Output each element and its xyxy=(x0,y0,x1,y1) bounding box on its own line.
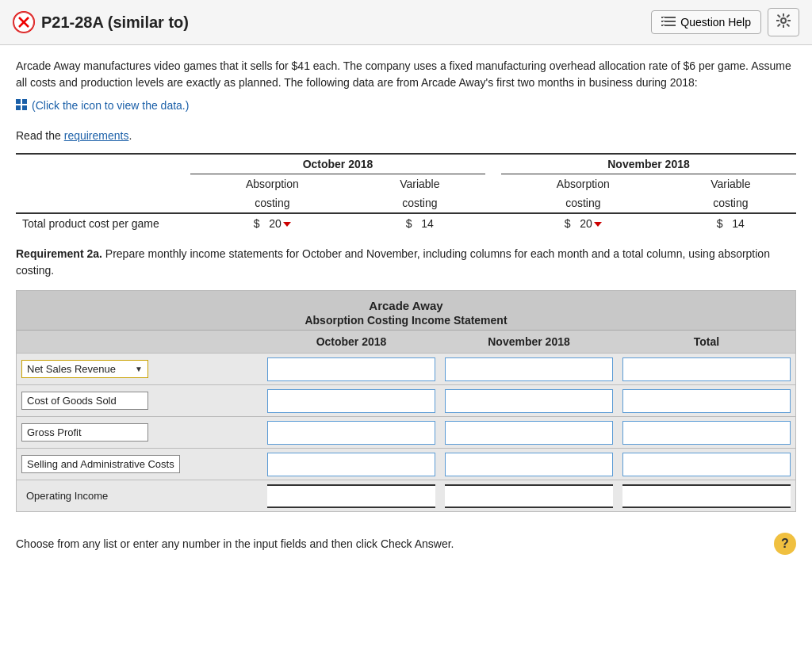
gross-profit-label-text: Gross Profit xyxy=(27,426,82,438)
selling-nov-input[interactable] xyxy=(445,453,613,476)
dollar1: $ xyxy=(254,217,260,230)
selling-total-cell xyxy=(618,449,795,480)
operating-total-input[interactable] xyxy=(622,484,791,508)
requirements-link[interactable]: requirements xyxy=(64,129,129,142)
requirement-label: Requirement 2a. xyxy=(16,247,102,260)
income-row-cogs: Cost of Goods Sold xyxy=(17,384,795,416)
operating-nov-input[interactable] xyxy=(445,484,613,508)
problem-text: Arcade Away manufactures video games tha… xyxy=(16,58,796,91)
gross-profit-total-input[interactable] xyxy=(622,421,791,445)
oct-header: October 2018 xyxy=(190,155,485,174)
svg-rect-8 xyxy=(663,17,665,18)
svg-rect-23 xyxy=(22,105,27,110)
gear-icon xyxy=(776,13,791,28)
main-content: Arcade Away manufactures video games tha… xyxy=(0,45,812,575)
problem-title: P21-28A (similar to) xyxy=(41,13,189,32)
net-sales-nov-input[interactable] xyxy=(445,357,613,381)
income-row-selling: Selling and Administrative Costs xyxy=(17,448,795,480)
dollar3: $ xyxy=(565,217,571,230)
cogs-cells xyxy=(262,385,795,416)
cogs-nov-input[interactable] xyxy=(445,389,613,413)
cogs-nov-cell xyxy=(440,386,618,416)
selling-oct-input[interactable] xyxy=(267,453,435,476)
col-nov-header: November 2018 xyxy=(440,335,618,348)
selling-oct-cell xyxy=(262,449,440,480)
product-cost-table: October 2018 November 2018 Absorption Va… xyxy=(16,155,796,233)
nov-abs-costing: costing xyxy=(501,193,665,213)
requirement-body: Prepare monthly income statements for Oc… xyxy=(16,247,770,277)
dollar4: $ xyxy=(717,217,723,230)
cogs-label-text: Cost of Goods Sold xyxy=(27,395,117,407)
nov-abs-label: Absorption xyxy=(501,174,665,194)
header-left: P21-28A (similar to) xyxy=(13,11,189,33)
oct-var-val: $ 14 xyxy=(354,213,485,233)
operating-cells xyxy=(262,480,795,511)
dollar2: $ xyxy=(406,217,412,230)
selling-cells xyxy=(262,449,795,480)
oct-abs-label: Absorption xyxy=(190,174,354,194)
income-company-name: Arcade Away xyxy=(20,299,792,312)
oct-var-costing: costing xyxy=(354,193,485,213)
cogs-oct-input[interactable] xyxy=(267,389,435,413)
nov-header: November 2018 xyxy=(501,155,796,174)
operating-label-text: Operating Income xyxy=(26,490,108,502)
question-help-button[interactable]: Question Help xyxy=(651,10,761,34)
svg-line-17 xyxy=(787,25,789,26)
net-sales-oct-cell xyxy=(262,354,440,384)
selling-label-text: Selling and Administrative Costs xyxy=(27,458,174,470)
header-right: Question Help xyxy=(651,8,799,36)
income-col-headers: October 2018 November 2018 Total xyxy=(17,330,795,353)
gross-profit-oct-input[interactable] xyxy=(267,421,435,445)
svg-line-19 xyxy=(778,25,779,26)
net-sales-nov-cell xyxy=(440,354,618,384)
oct-abs-costing: costing xyxy=(190,193,354,213)
selling-label-box[interactable]: Selling and Administrative Costs xyxy=(21,455,180,473)
oct-abs-val: $ 20 xyxy=(190,213,354,233)
cogs-total-input[interactable] xyxy=(622,389,791,413)
gear-button[interactable] xyxy=(768,8,799,36)
click-icon-wrapper: (Click the icon to view the data.) xyxy=(16,99,796,121)
cancel-icon xyxy=(13,11,35,33)
gross-profit-label-cell: Gross Profit xyxy=(17,417,262,448)
read-text: Read the xyxy=(16,129,64,142)
net-sales-label-cell: Net Sales Revenue ▼ xyxy=(17,354,262,384)
nov-var-label: Variable xyxy=(665,174,796,194)
gross-profit-label-box: Gross Profit xyxy=(21,423,148,442)
net-sales-label-box[interactable]: Net Sales Revenue ▼ xyxy=(21,360,148,378)
operating-total-cell xyxy=(618,481,795,511)
net-sales-label-text: Net Sales Revenue xyxy=(27,363,116,375)
selling-nov-cell xyxy=(440,449,618,480)
read-end: . xyxy=(128,129,132,142)
net-sales-total-input[interactable] xyxy=(622,357,791,381)
operating-nov-cell xyxy=(440,481,618,511)
net-sales-oct-input[interactable] xyxy=(267,357,435,381)
grid-icon xyxy=(16,99,29,112)
product-cost-label: Total product cost per game xyxy=(16,213,190,233)
net-sales-cells xyxy=(262,354,795,384)
product-cost-table-container: October 2018 November 2018 Absorption Va… xyxy=(16,155,796,233)
cogs-label-cell: Cost of Goods Sold xyxy=(17,385,262,416)
selling-total-input[interactable] xyxy=(622,453,791,476)
nov-var-costing: costing xyxy=(665,193,796,213)
header: P21-28A (similar to) Question Help xyxy=(0,0,812,45)
svg-rect-22 xyxy=(16,105,21,110)
gross-profit-oct-cell xyxy=(262,418,440,448)
gross-profit-cells xyxy=(262,417,795,448)
gross-profit-nov-input[interactable] xyxy=(445,421,613,445)
col-total-header: Total xyxy=(618,335,795,348)
read-line: Read the requirements. xyxy=(16,129,796,142)
help-circle-button[interactable]: ? xyxy=(774,533,796,555)
gross-profit-nov-cell xyxy=(440,418,618,448)
click-icon-text: (Click the icon to view the data.) xyxy=(32,99,189,112)
operating-oct-input[interactable] xyxy=(267,484,435,508)
svg-rect-20 xyxy=(16,99,21,104)
net-sales-dropdown-arrow[interactable]: ▼ xyxy=(135,365,143,373)
selling-label-cell: Selling and Administrative Costs xyxy=(17,449,262,480)
svg-point-11 xyxy=(781,18,786,23)
cogs-total-cell xyxy=(618,386,795,416)
svg-rect-9 xyxy=(663,21,665,22)
click-icon-link[interactable]: (Click the icon to view the data.) xyxy=(16,99,189,112)
net-sales-total-cell xyxy=(618,354,795,384)
tri1 xyxy=(283,222,291,227)
nov-abs-val: $ 20 xyxy=(501,213,665,233)
